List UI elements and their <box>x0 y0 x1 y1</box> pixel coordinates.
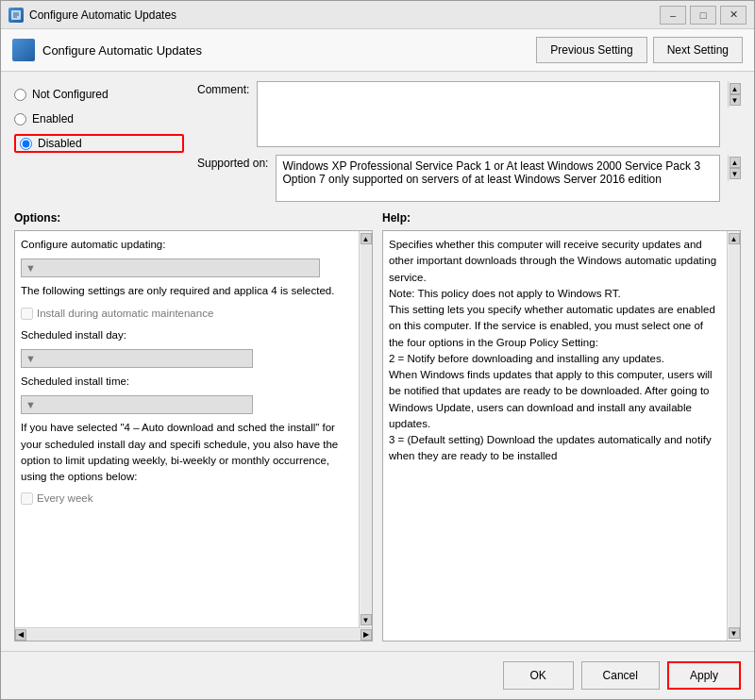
options-description1: The following settings are only required… <box>21 283 353 299</box>
close-button[interactable]: ✕ <box>720 6 747 25</box>
supported-scrollbar[interactable]: ▲ ▼ <box>728 155 741 181</box>
maintenance-checkbox-row: Install during automatic maintenance <box>21 306 353 322</box>
help-scrollbar[interactable]: ▲ ▼ <box>727 231 740 641</box>
scroll-up-arrow[interactable]: ▲ <box>730 83 741 94</box>
options-scroll-right[interactable]: ▶ <box>361 629 372 641</box>
supported-section: Supported on: Windows XP Professional Se… <box>197 155 741 202</box>
enabled-radio[interactable] <box>14 113 26 125</box>
cancel-button[interactable]: Cancel <box>581 661 660 690</box>
maximize-button[interactable]: □ <box>690 6 716 25</box>
maintenance-checkbox[interactable] <box>21 308 33 320</box>
comment-section: Comment: ▲ ▼ <box>197 81 741 147</box>
main-window: Configure Automatic Updates – □ ✕ Config… <box>0 0 755 700</box>
help-para2: Note: This policy does not apply to Wind… <box>389 286 721 302</box>
every-week-label[interactable]: Every week <box>37 491 92 507</box>
scroll-down-arrow[interactable]: ▼ <box>730 94 741 106</box>
comment-scrollbar[interactable]: ▲ ▼ <box>728 81 741 108</box>
bottom-bar: OK Cancel Apply <box>1 651 754 699</box>
every-week-row: Every week <box>21 491 353 507</box>
section-headers: Options: Help: <box>14 211 741 230</box>
help-para6: 3 = (Default setting) Download the updat… <box>389 432 721 465</box>
ok-button[interactable]: OK <box>503 661 574 690</box>
options-content: Configure automatic updating: ▼ The foll… <box>15 231 359 627</box>
every-week-checkbox[interactable] <box>21 492 33 505</box>
options-horiz-track <box>26 629 361 641</box>
supported-scroll-up[interactable]: ▲ <box>730 157 741 168</box>
apply-button[interactable]: Apply <box>667 661 741 690</box>
supported-scroll-down[interactable]: ▼ <box>730 168 741 179</box>
help-para5: When Windows finds updates that apply to… <box>389 367 721 432</box>
configure-label: Configure automatic updating: <box>21 237 353 253</box>
disabled-label[interactable]: Disabled <box>38 137 82 150</box>
options-description2: If you have selected "4 – Auto download … <box>21 420 353 485</box>
options-header: Options: <box>14 211 373 225</box>
scheduled-time-dropdown[interactable]: ▼ <box>21 395 253 414</box>
toolbar-title: Configure Automatic Updates <box>42 43 528 58</box>
enabled-row: Enabled <box>14 109 184 128</box>
help-para1: Specifies whether this computer will rec… <box>389 237 721 286</box>
help-scroll-track <box>729 244 740 627</box>
maintenance-label[interactable]: Install during automatic maintenance <box>37 306 213 322</box>
disabled-radio[interactable] <box>20 138 32 150</box>
help-scroll-up[interactable]: ▲ <box>729 233 740 244</box>
disabled-row: Disabled <box>14 134 184 153</box>
radio-panel: Not Configured Enabled Disabled <box>14 81 184 202</box>
scheduled-day-row: Scheduled install day: ▼ <box>21 327 353 368</box>
help-header: Help: <box>382 211 741 225</box>
scheduled-time-label: Scheduled install time: <box>21 374 353 390</box>
supported-textbox: Windows XP Professional Service Pack 1 o… <box>276 155 720 202</box>
top-section: Not Configured Enabled Disabled Comment: <box>14 81 741 202</box>
configure-dropdown[interactable]: ▼ <box>21 258 320 277</box>
title-controls: – □ ✕ <box>660 6 747 25</box>
options-header-container: Options: <box>14 211 373 230</box>
scheduled-time-row: Scheduled install time: ▼ <box>21 374 353 414</box>
not-configured-radio[interactable] <box>14 89 26 101</box>
supported-label: Supported on: <box>197 155 268 170</box>
supported-text-line2: Option 7 only supported on servers of at… <box>282 173 713 186</box>
scheduled-day-dropdown[interactable]: ▼ <box>21 349 253 368</box>
options-scroll-track <box>361 244 372 614</box>
comment-textarea[interactable] <box>257 81 720 147</box>
minimize-button[interactable]: – <box>660 6 686 25</box>
title-bar-left: Configure Automatic Updates <box>8 8 176 23</box>
help-header-container: Help: <box>382 211 741 230</box>
options-horiz-scrollbar[interactable]: ◀ ▶ <box>15 627 372 641</box>
help-pane: Specifies whether this computer will rec… <box>382 230 741 642</box>
right-panel: Comment: ▲ ▼ Supported on: Windows XP Pr… <box>197 81 741 202</box>
options-scroll-down[interactable]: ▼ <box>361 614 372 625</box>
toolbar-buttons: Previous Setting Next Setting <box>536 37 743 63</box>
title-bar: Configure Automatic Updates – □ ✕ <box>1 1 754 29</box>
help-content: Specifies whether this computer will rec… <box>383 231 727 641</box>
options-pane: Configure automatic updating: ▼ The foll… <box>14 230 373 642</box>
help-para4: 2 = Notify before downloading and instal… <box>389 351 721 367</box>
window-icon <box>8 8 24 23</box>
policy-icon <box>12 39 35 61</box>
options-scroll-up[interactable]: ▲ <box>361 233 372 244</box>
help-scroll-down[interactable]: ▼ <box>729 627 740 639</box>
not-configured-label[interactable]: Not Configured <box>32 88 109 101</box>
enabled-label[interactable]: Enabled <box>32 112 74 125</box>
options-scroll-left[interactable]: ◀ <box>15 629 26 641</box>
options-scrollbar[interactable]: ▲ ▼ <box>359 231 372 627</box>
toolbar: Configure Automatic Updates Previous Set… <box>1 29 754 72</box>
scheduled-day-label: Scheduled install day: <box>21 327 353 343</box>
supported-text-line1: Windows XP Professional Service Pack 1 o… <box>282 159 713 173</box>
window-title: Configure Automatic Updates <box>29 8 176 22</box>
options-help-area: Configure automatic updating: ▼ The foll… <box>14 230 741 642</box>
not-configured-row: Not Configured <box>14 85 184 104</box>
prev-setting-button[interactable]: Previous Setting <box>536 37 646 63</box>
next-setting-button[interactable]: Next Setting <box>653 37 743 63</box>
comment-label: Comment: <box>197 81 249 96</box>
help-para3: This setting lets you specify whether au… <box>389 302 721 351</box>
content-area: Not Configured Enabled Disabled Comment: <box>1 72 754 651</box>
